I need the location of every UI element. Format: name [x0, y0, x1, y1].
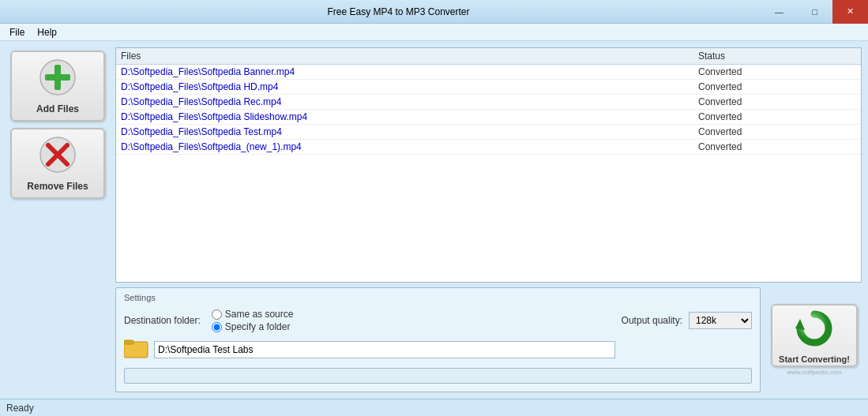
menu-help[interactable]: Help	[31, 25, 63, 39]
svg-rect-8	[124, 340, 133, 344]
title-bar-controls: — □ ✕	[761, 0, 868, 24]
radio-specify-folder[interactable]	[212, 322, 222, 332]
file-path: D:\Softpedia_Files\Softpedia Test.mp4	[121, 126, 698, 137]
remove-files-label: Remove Files	[27, 181, 88, 192]
table-row[interactable]: D:\Softpedia_Files\Softpedia Test.mp4Con…	[116, 125, 861, 140]
column-files: Files	[121, 51, 698, 62]
radio-same-source-row: Same as source	[212, 309, 294, 320]
file-list-header: Files Status	[116, 48, 861, 65]
menu-file[interactable]: File	[3, 25, 31, 39]
add-files-button[interactable]: Add Files	[10, 51, 105, 122]
file-path: D:\Softpedia_Files\Softpedia_(new_1).mp4	[121, 141, 698, 152]
title-bar: Free Easy MP4 to MP3 Converter — □ ✕	[0, 0, 868, 24]
right-panel: Files Status D:\Softpedia_Files\Softpedi…	[115, 47, 862, 392]
settings-panel: Settings Destination folder: Same as sou…	[115, 287, 761, 392]
table-row[interactable]: D:\Softpedia_Files\Softpedia HD.mp4Conve…	[116, 80, 861, 95]
softpedia-watermark: www.softpedia.com	[787, 369, 842, 376]
dest-folder-input[interactable]	[154, 341, 615, 358]
refresh-icon	[794, 308, 835, 351]
radio-specify-folder-row: Specify a folder	[212, 321, 294, 332]
table-row[interactable]: D:\Softpedia_Files\Softpedia Banner.mp4C…	[116, 65, 861, 80]
quality-label: Output quality:	[622, 315, 682, 326]
table-row[interactable]: D:\Softpedia_Files\Softpedia Slideshow.m…	[116, 110, 861, 125]
bottom-section: Settings Destination folder: Same as sou…	[115, 287, 862, 392]
folder-input-row	[124, 337, 615, 362]
plus-icon	[39, 58, 77, 99]
file-path: D:\Softpedia_Files\Softpedia Banner.mp4	[121, 66, 698, 77]
add-files-label: Add Files	[36, 103, 79, 114]
close-button[interactable]: ✕	[832, 0, 868, 24]
table-row[interactable]: D:\Softpedia_Files\Softpedia Rec.mp4Conv…	[116, 95, 861, 110]
minimize-button[interactable]: —	[761, 0, 797, 24]
title-bar-text: Free Easy MP4 to MP3 Converter	[36, 6, 761, 17]
settings-right: Output quality: 64k96k128k192k256k320k	[622, 312, 752, 329]
start-converting-label: Start Converting!	[779, 354, 850, 364]
settings-title: Settings	[124, 293, 752, 302]
status-text: Ready	[6, 403, 34, 414]
file-list: D:\Softpedia_Files\Softpedia Banner.mp4C…	[116, 65, 861, 282]
quality-select[interactable]: 64k96k128k192k256k320k	[689, 312, 752, 329]
main-content: Add Files Remove Files Files Status D:\S…	[0, 41, 868, 399]
radio-specify-folder-label[interactable]: Specify a folder	[225, 321, 291, 332]
status-bar: Ready	[0, 399, 868, 416]
file-path: D:\Softpedia_Files\Softpedia Slideshow.m…	[121, 111, 698, 122]
radio-same-source[interactable]	[212, 309, 222, 320]
file-status: Converted	[698, 126, 856, 137]
progress-bar-container	[124, 368, 752, 384]
file-path: D:\Softpedia_Files\Softpedia Rec.mp4	[121, 96, 698, 107]
file-list-container: Files Status D:\Softpedia_Files\Softpedi…	[115, 47, 862, 283]
file-path: D:\Softpedia_Files\Softpedia HD.mp4	[121, 81, 698, 92]
maximize-button[interactable]: □	[797, 0, 832, 24]
radio-same-source-label[interactable]: Same as source	[225, 309, 294, 320]
file-status: Converted	[698, 96, 856, 107]
table-row[interactable]: D:\Softpedia_Files\Softpedia_(new_1).mp4…	[116, 140, 861, 155]
convert-area: Start Converting! www.softpedia.com	[767, 287, 862, 392]
remove-files-button[interactable]: Remove Files	[10, 128, 105, 199]
start-converting-button[interactable]: Start Converting!	[771, 304, 858, 367]
dest-label: Destination folder:	[124, 315, 201, 326]
folder-icon	[124, 337, 149, 362]
x-icon	[39, 136, 77, 176]
file-status: Converted	[698, 66, 856, 77]
file-status: Converted	[698, 111, 856, 122]
menu-bar: File Help	[0, 24, 868, 41]
column-status: Status	[698, 51, 856, 62]
file-status: Converted	[698, 141, 856, 152]
svg-marker-9	[795, 319, 805, 330]
svg-rect-2	[45, 74, 70, 81]
sidebar: Add Files Remove Files	[6, 47, 109, 392]
file-status: Converted	[698, 81, 856, 92]
